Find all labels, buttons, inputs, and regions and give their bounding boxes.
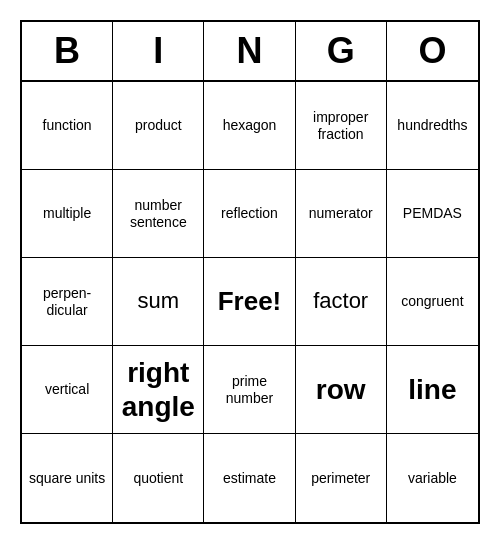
header-letter: I	[113, 22, 204, 80]
bingo-grid: functionproducthexagonimproper fractionh…	[22, 82, 478, 522]
bingo-cell: product	[113, 82, 204, 170]
bingo-cell: PEMDAS	[387, 170, 478, 258]
cell-text: product	[135, 117, 182, 134]
bingo-header: BINGO	[22, 22, 478, 82]
cell-text: reflection	[221, 205, 278, 222]
bingo-cell: variable	[387, 434, 478, 522]
bingo-cell: estimate	[204, 434, 295, 522]
cell-text: number sentence	[117, 197, 199, 231]
cell-text: function	[43, 117, 92, 134]
cell-text: congruent	[401, 293, 463, 310]
bingo-cell: function	[22, 82, 113, 170]
bingo-card: BINGO functionproducthexagonimproper fra…	[20, 20, 480, 524]
bingo-cell: line	[387, 346, 478, 434]
cell-text: line	[408, 373, 456, 407]
cell-text: factor	[313, 288, 368, 314]
bingo-cell: vertical	[22, 346, 113, 434]
cell-text: perpen- dicular	[43, 285, 91, 319]
cell-text: hexagon	[223, 117, 277, 134]
bingo-cell: right angle	[113, 346, 204, 434]
cell-text: prime number	[208, 373, 290, 407]
cell-text: multiple	[43, 205, 91, 222]
header-letter: N	[204, 22, 295, 80]
cell-text: PEMDAS	[403, 205, 462, 222]
cell-text: hundredths	[397, 117, 467, 134]
bingo-cell: quotient	[113, 434, 204, 522]
bingo-cell: numerator	[296, 170, 387, 258]
cell-text: perimeter	[311, 470, 370, 487]
cell-text: estimate	[223, 470, 276, 487]
bingo-cell: hexagon	[204, 82, 295, 170]
bingo-cell: factor	[296, 258, 387, 346]
bingo-cell: multiple	[22, 170, 113, 258]
bingo-cell: reflection	[204, 170, 295, 258]
bingo-cell: prime number	[204, 346, 295, 434]
cell-text: improper fraction	[300, 109, 382, 143]
cell-text: square units	[29, 470, 105, 487]
bingo-cell: hundredths	[387, 82, 478, 170]
bingo-cell: congruent	[387, 258, 478, 346]
cell-text: right angle	[117, 356, 199, 423]
header-letter: G	[296, 22, 387, 80]
cell-text: Free!	[218, 286, 282, 317]
cell-text: vertical	[45, 381, 89, 398]
bingo-cell: number sentence	[113, 170, 204, 258]
bingo-cell: improper fraction	[296, 82, 387, 170]
header-letter: O	[387, 22, 478, 80]
bingo-cell: square units	[22, 434, 113, 522]
cell-text: row	[316, 373, 366, 407]
bingo-cell: Free!	[204, 258, 295, 346]
cell-text: sum	[138, 288, 180, 314]
header-letter: B	[22, 22, 113, 80]
bingo-cell: sum	[113, 258, 204, 346]
cell-text: variable	[408, 470, 457, 487]
cell-text: numerator	[309, 205, 373, 222]
bingo-cell: perpen- dicular	[22, 258, 113, 346]
bingo-cell: perimeter	[296, 434, 387, 522]
cell-text: quotient	[133, 470, 183, 487]
bingo-cell: row	[296, 346, 387, 434]
